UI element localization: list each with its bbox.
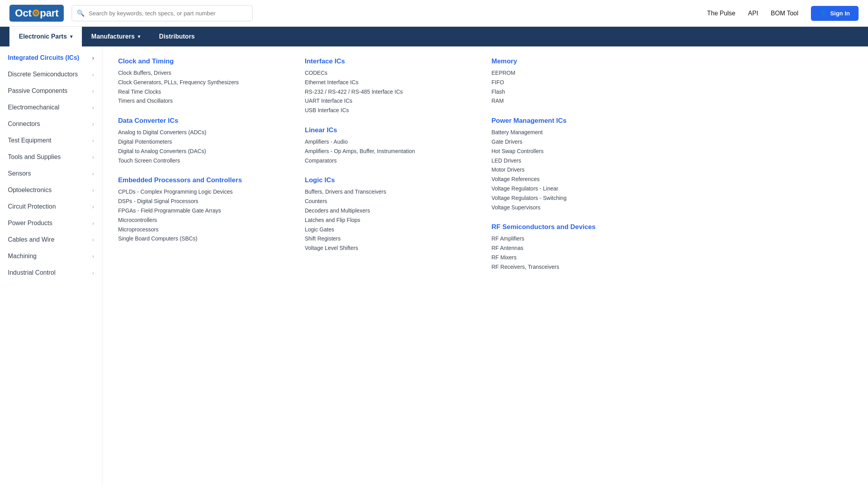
nav-bom-tool[interactable]: BOM Tool <box>771 10 798 17</box>
logo-text2: part <box>40 7 58 19</box>
category-title-0-1[interactable]: Data Converter ICs <box>118 117 292 125</box>
sidebar-item-electromechanical[interactable]: Electromechanical› <box>0 99 102 116</box>
category-item-0-2-2[interactable]: FPGAs - Field Programmable Gate Arrays <box>118 206 292 216</box>
sidebar-chevron-icon: › <box>92 253 94 259</box>
category-section-2-1: Power Management ICsBattery ManagementGa… <box>492 117 666 212</box>
category-item-2-2-1[interactable]: RF Antennas <box>492 244 666 253</box>
sidebar-chevron-icon: › <box>92 55 94 61</box>
manufacturers-chevron-icon: ▾ <box>138 34 140 39</box>
category-item-1-1-0[interactable]: Amplifiers - Audio <box>305 137 479 147</box>
category-item-2-1-8[interactable]: Voltage Supervisors <box>492 203 666 213</box>
header: Oct⚙part 🔍 The Pulse API BOM Tool 👤 Sign… <box>0 0 868 27</box>
category-item-0-1-1[interactable]: Digital Potentiometers <box>118 137 292 147</box>
main-nav: Electronic Parts ▾ Manufacturers ▾ Distr… <box>0 27 868 46</box>
category-item-0-2-5[interactable]: Single Board Computers (SBCs) <box>118 234 292 244</box>
nav-distributors[interactable]: Distributors <box>150 27 204 46</box>
category-title-0-0[interactable]: Clock and Timing <box>118 57 292 65</box>
sidebar-item-connectors[interactable]: Connectors› <box>0 116 102 132</box>
category-title-1-1[interactable]: Linear ICs <box>305 126 479 134</box>
category-section-1-2: Logic ICsBuffers, Drivers and Transceive… <box>305 176 479 253</box>
category-item-0-1-3[interactable]: Touch Screen Controllers <box>118 156 292 166</box>
category-title-2-0[interactable]: Memory <box>492 57 666 65</box>
category-title-2-1[interactable]: Power Management ICs <box>492 117 666 125</box>
sidebar-item-industrial-control[interactable]: Industrial Control› <box>0 264 102 281</box>
category-item-0-2-3[interactable]: Microcontrollers <box>118 216 292 225</box>
category-item-1-2-3[interactable]: Latches and Flip Flops <box>305 216 479 225</box>
category-item-2-1-7[interactable]: Voltage Regulators - Switching <box>492 194 666 203</box>
category-section-1-1: Linear ICsAmplifiers - AudioAmplifiers -… <box>305 126 479 165</box>
category-item-1-2-1[interactable]: Counters <box>305 197 479 206</box>
category-item-1-0-1[interactable]: Ethernet Interface ICs <box>305 78 479 87</box>
category-item-1-2-2[interactable]: Decoders and Multiplexers <box>305 206 479 216</box>
category-title-1-2[interactable]: Logic ICs <box>305 176 479 184</box>
category-item-2-1-6[interactable]: Voltage Regulators - Linear <box>492 184 666 194</box>
category-item-1-0-4[interactable]: USB Interface ICs <box>305 106 479 115</box>
category-items-1-1: Amplifiers - AudioAmplifiers - Op Amps, … <box>305 137 479 165</box>
nav-api[interactable]: API <box>748 10 758 17</box>
category-items-0-0: Clock Buffers, DriversClock Generators, … <box>118 68 292 106</box>
category-item-2-0-3[interactable]: RAM <box>492 96 666 106</box>
category-items-1-0: CODECsEthernet Interface ICsRS-232 / RS-… <box>305 68 479 115</box>
category-item-0-0-2[interactable]: Real Time Clocks <box>118 87 292 97</box>
search-input[interactable] <box>72 5 253 21</box>
category-title-0-2[interactable]: Embedded Processors and Controllers <box>118 176 292 184</box>
category-item-2-1-3[interactable]: LED Drivers <box>492 156 666 166</box>
category-items-1-2: Buffers, Drivers and TransceiversCounter… <box>305 187 479 253</box>
nav-the-pulse[interactable]: The Pulse <box>707 10 735 17</box>
nav-manufacturers[interactable]: Manufacturers ▾ <box>82 27 150 46</box>
sidebar-item-test-equipment[interactable]: Test Equipment› <box>0 132 102 149</box>
sidebar-item-circuit-protection[interactable]: Circuit Protection› <box>0 198 102 215</box>
category-section-0-0: Clock and TimingClock Buffers, DriversCl… <box>118 57 292 106</box>
sidebar-item-sensors[interactable]: Sensors› <box>0 165 102 182</box>
logo[interactable]: Oct⚙part <box>9 5 64 22</box>
category-item-0-2-4[interactable]: Microprocessors <box>118 225 292 235</box>
sidebar-chevron-icon: › <box>92 121 94 127</box>
sidebar-item-power-products[interactable]: Power Products› <box>0 215 102 231</box>
category-item-0-2-1[interactable]: DSPs - Digital Signal Processors <box>118 197 292 206</box>
sidebar-item-tools-and-supplies[interactable]: Tools and Supplies› <box>0 149 102 165</box>
category-item-0-1-2[interactable]: Digital to Analog Converters (DACs) <box>118 147 292 156</box>
category-item-2-1-4[interactable]: Motor Drivers <box>492 165 666 175</box>
logo-gear-icon: ⚙ <box>31 8 40 19</box>
sign-in-button[interactable]: 👤 Sign In <box>811 6 859 21</box>
sidebar-item-cables-and-wire[interactable]: Cables and Wire› <box>0 231 102 248</box>
category-item-1-1-2[interactable]: Comparators <box>305 156 479 166</box>
sidebar-item-optoelectronics[interactable]: Optoelectronics› <box>0 182 102 198</box>
category-item-0-2-0[interactable]: CPLDs - Complex Programming Logic Device… <box>118 187 292 197</box>
category-item-2-0-1[interactable]: FIFO <box>492 78 666 87</box>
category-section-1-0: Interface ICsCODECsEthernet Interface IC… <box>305 57 479 115</box>
category-item-1-2-6[interactable]: Voltage Level Shifters <box>305 244 479 253</box>
sidebar-chevron-icon: › <box>92 187 94 193</box>
category-title-2-2[interactable]: RF Semiconductors and Devices <box>492 223 666 231</box>
category-item-1-1-1[interactable]: Amplifiers - Op Amps, Buffer, Instrument… <box>305 147 479 156</box>
category-item-1-2-4[interactable]: Logic Gates <box>305 225 479 235</box>
category-item-2-0-2[interactable]: Flash <box>492 87 666 97</box>
sidebar-item-machining[interactable]: Machining› <box>0 248 102 264</box>
category-item-2-2-0[interactable]: RF Amplifiers <box>492 234 666 244</box>
category-item-2-1-5[interactable]: Voltage References <box>492 175 666 184</box>
sidebar-item-integrated-circuits--ics-[interactable]: Integrated Circuits (ICs)› <box>0 50 102 66</box>
category-item-1-0-0[interactable]: CODECs <box>305 68 479 78</box>
category-item-2-2-2[interactable]: RF Mixers <box>492 253 666 263</box>
content-column-1: Interface ICsCODECsEthernet Interface IC… <box>305 57 479 283</box>
sidebar-chevron-icon: › <box>92 71 94 78</box>
category-item-2-1-1[interactable]: Gate Drivers <box>492 137 666 147</box>
category-item-1-0-2[interactable]: RS-232 / RS-422 / RS-485 Interface ICs <box>305 87 479 97</box>
sidebar-item-passive-components[interactable]: Passive Components› <box>0 83 102 99</box>
nav-electronic-parts[interactable]: Electronic Parts ▾ <box>9 27 82 46</box>
sidebar-item-discrete-semiconductors[interactable]: Discrete Semiconductors› <box>0 66 102 83</box>
category-item-2-1-2[interactable]: Hot Swap Controllers <box>492 147 666 156</box>
category-title-1-0[interactable]: Interface ICs <box>305 57 479 65</box>
category-item-1-2-5[interactable]: Shift Registers <box>305 234 479 244</box>
category-item-2-1-0[interactable]: Battery Management <box>492 128 666 137</box>
category-item-1-2-0[interactable]: Buffers, Drivers and Transceivers <box>305 187 479 197</box>
category-item-2-2-3[interactable]: RF Receivers, Transceivers <box>492 263 666 272</box>
category-item-2-0-0[interactable]: EEPROM <box>492 68 666 78</box>
category-item-0-1-0[interactable]: Analog to Digital Converters (ADCs) <box>118 128 292 137</box>
category-item-0-0-1[interactable]: Clock Generators, PLLs, Frequency Synthe… <box>118 78 292 87</box>
sidebar-chevron-icon: › <box>92 137 94 144</box>
logo-text: Oct <box>15 7 31 19</box>
category-item-0-0-3[interactable]: Timers and Oscillators <box>118 96 292 106</box>
category-item-1-0-3[interactable]: UART Interface ICs <box>305 96 479 106</box>
category-item-0-0-0[interactable]: Clock Buffers, Drivers <box>118 68 292 78</box>
